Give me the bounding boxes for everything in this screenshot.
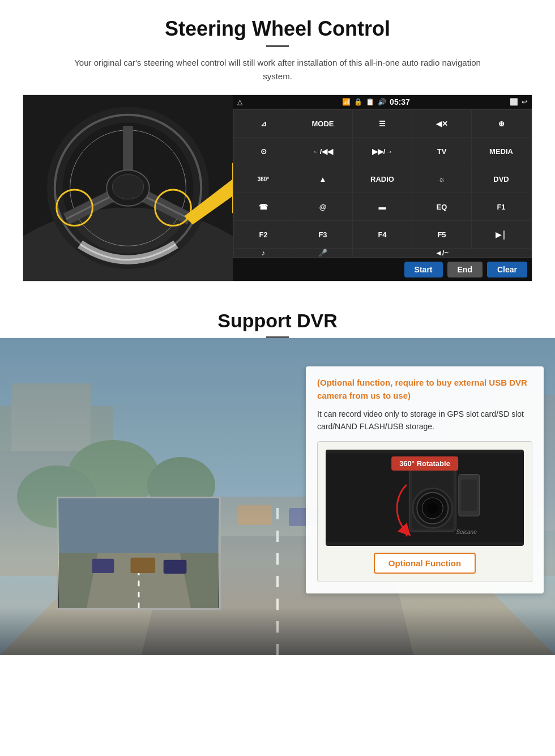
back-icon: ↩ [522, 98, 527, 106]
radio-btn[interactable]: RADIO [353, 165, 412, 193]
360-btn[interactable]: 360° [234, 165, 293, 193]
mute-btn[interactable]: ◀✕ [412, 110, 471, 137]
brightness-btn[interactable]: ☼ [412, 165, 471, 193]
status-icons-left: △ [237, 98, 242, 106]
status-icons-right: ⬜ ↩ [510, 98, 527, 106]
clear-button[interactable]: Clear [487, 262, 527, 277]
mode-btn[interactable]: MODE [293, 110, 352, 137]
radio-ui-panel: △ 📶 🔒 📋 🔊 05:37 ⬜ ↩ ⊿ MODE [233, 95, 532, 281]
tv-btn[interactable]: TV [412, 138, 471, 165]
status-bar: △ 📶 🔒 📋 🔊 05:37 ⬜ ↩ [233, 95, 532, 109]
nav-btn[interactable]: ⊿ [234, 110, 293, 137]
steering-content-area: △ 📶 🔒 📋 🔊 05:37 ⬜ ↩ ⊿ MODE [23, 95, 532, 281]
home-icon: △ [237, 98, 242, 106]
steering-section: Steering Wheel Control Your original car… [0, 0, 555, 293]
f3-btn[interactable]: F3 [293, 221, 352, 248]
svg-rect-37 [164, 560, 187, 574]
svg-text:Seicane: Seicane [456, 529, 477, 535]
playpause-btn[interactable]: ▶║ [472, 221, 531, 248]
settings-btn[interactable]: ⊙ [234, 138, 293, 165]
dvr-inset-thumbnail [57, 497, 221, 610]
f1-btn[interactable]: F1 [472, 193, 531, 220]
dvr-photo-area: (Optional function, require to buy exter… [0, 338, 555, 655]
steering-description: Your original car's steering wheel contr… [62, 56, 493, 83]
svg-rect-46 [461, 480, 477, 511]
dvr-360-badge: 360° Rotatable [391, 456, 458, 471]
mic-btn[interactable]: 🎤 [293, 249, 352, 257]
svg-rect-26 [238, 505, 272, 525]
title-divider [266, 45, 289, 47]
steering-title: Steering Wheel Control [23, 17, 532, 41]
lock-icon: 🔒 [354, 98, 362, 106]
window-icon: ⬜ [510, 98, 518, 106]
svg-rect-35 [92, 559, 114, 573]
wifi-icon: 📶 [342, 98, 351, 106]
radio-button-grid: ⊿ MODE ☰ ◀✕ ⊕ ⊙ ←/◀◀ ▶▶/→ TV MEDIA 360° … [233, 109, 532, 258]
f2-btn[interactable]: F2 [234, 221, 293, 248]
start-button[interactable]: Start [404, 262, 443, 277]
steering-wheel-photo [23, 95, 233, 281]
clock-display: 05:37 [390, 97, 410, 106]
next-btn[interactable]: ▶▶/→ [353, 138, 412, 165]
dvr-description: It can record video only to storage in G… [317, 408, 532, 433]
sim-icon: 📋 [366, 98, 374, 106]
status-center-icons: 📶 🔒 📋 🔊 05:37 [342, 97, 410, 106]
control-bar: Start End Clear [233, 258, 532, 281]
eq-btn[interactable]: EQ [412, 193, 471, 220]
phone-btn[interactable]: ☎ [234, 193, 293, 220]
f5-btn[interactable]: F5 [412, 221, 471, 248]
dvr-camera-visual: Seicane 360° Rotatable [326, 450, 524, 546]
dvr-title: Support DVR [0, 310, 555, 332]
f4-btn[interactable]: F4 [353, 221, 412, 248]
web-btn[interactable]: @ [293, 193, 352, 220]
prev-btn[interactable]: ←/◀◀ [293, 138, 352, 165]
eject-btn[interactable]: ▲ [293, 165, 352, 193]
dvr-info-card: (Optional function, require to buy exter… [306, 366, 544, 593]
media-btn[interactable]: MEDIA [472, 138, 531, 165]
optional-function-button[interactable]: Optional Function [374, 553, 476, 574]
svg-rect-36 [130, 558, 155, 573]
pip-btn[interactable]: ▬ [353, 193, 412, 220]
dvr-section: Support DVR [0, 293, 555, 655]
mixprev-btn[interactable]: ◄/~ [353, 249, 531, 257]
menu-btn[interactable]: ☰ [353, 110, 412, 137]
apps-btn[interactable]: ⊕ [472, 110, 531, 137]
svg-point-44 [428, 503, 438, 513]
dvr-optional-note: (Optional function, require to buy exter… [317, 377, 532, 402]
end-button[interactable]: End [447, 262, 483, 277]
dvd-btn[interactable]: DVD [472, 165, 531, 193]
dvr-camera-box: Seicane 360° Rotatable Optional Function [317, 441, 532, 582]
audio-icon: 🔊 [378, 98, 386, 106]
dvr-inset-inner [58, 498, 219, 608]
music-btn[interactable]: ♪ [234, 249, 293, 257]
svg-point-11 [112, 174, 144, 199]
